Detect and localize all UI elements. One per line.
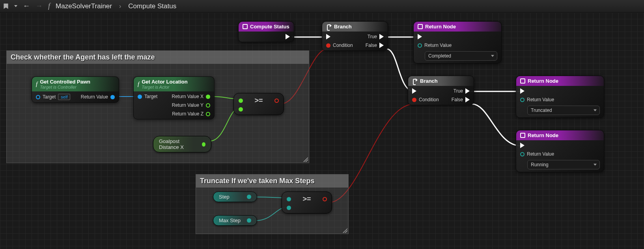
- target-pin[interactable]: Target: [138, 94, 157, 99]
- return-value-select[interactable]: Truncated: [527, 106, 600, 115]
- nav-forward-button: →: [35, 2, 43, 10]
- return-value-pin[interactable]: Return Value: [418, 43, 452, 48]
- exec-in-pin[interactable]: [412, 88, 416, 94]
- return-icon: [520, 133, 525, 138]
- node-title: Return Node: [528, 78, 558, 84]
- branch-icon: [326, 24, 332, 30]
- node-branch-1[interactable]: Branch True Condition False: [322, 21, 388, 51]
- var-label: Goalpost Distance X: [159, 138, 199, 150]
- node-get-controlled-pawn[interactable]: f Get Controlled Pawn Target is Controll…: [32, 76, 119, 103]
- node-title: Branch: [420, 78, 438, 84]
- node-return-truncated[interactable]: Return Node Return Value Truncated: [516, 76, 604, 118]
- input-a-pin[interactable]: [239, 98, 243, 103]
- operator-label: >=: [302, 195, 311, 203]
- node-return-completed[interactable]: Return Node Return Value Completed: [413, 21, 502, 63]
- var-goalpost-distance-x[interactable]: Goalpost Distance X: [153, 136, 211, 152]
- input-a-pin[interactable]: [287, 197, 291, 201]
- false-pin[interactable]: False: [366, 43, 384, 48]
- node-title: Compute Status: [250, 24, 289, 30]
- exec-in-pin[interactable]: [520, 143, 525, 148]
- function-icon: f: [138, 81, 139, 87]
- branch-icon: [412, 78, 418, 84]
- comment-title[interactable]: Truncate If we've taken Max Steps: [196, 175, 348, 188]
- graph-canvas[interactable]: Check whether the Agent has left the maz…: [0, 13, 644, 249]
- return-icon: [520, 78, 525, 84]
- node-get-actor-location[interactable]: f Get Actor Location Target is Actor Tar…: [133, 76, 215, 119]
- target-pin[interactable]: Targetself: [36, 94, 70, 100]
- var-label: Step: [219, 194, 230, 200]
- output-pin[interactable]: [247, 218, 251, 223]
- output-pin[interactable]: [323, 197, 327, 201]
- return-value-select[interactable]: Completed: [425, 51, 497, 61]
- node-subtitle: Target is Actor: [142, 85, 188, 89]
- condition-pin[interactable]: Condition: [326, 43, 353, 48]
- output-pin[interactable]: [202, 142, 205, 147]
- return-value-pin[interactable]: Return Value: [520, 97, 554, 102]
- return-x-pin[interactable]: Return Value X: [172, 94, 211, 99]
- false-pin[interactable]: False: [452, 97, 470, 102]
- var-max-step[interactable]: Max Step: [213, 215, 257, 226]
- output-pin[interactable]: [274, 98, 279, 103]
- node-title: Get Actor Location: [142, 79, 188, 85]
- exec-in-pin[interactable]: [418, 34, 422, 39]
- return-value-select[interactable]: Running: [527, 160, 600, 169]
- condition-pin[interactable]: Condition: [412, 97, 439, 102]
- return-z-pin[interactable]: Return Value Z: [172, 111, 210, 117]
- function-icon: f: [36, 81, 37, 87]
- resize-handle[interactable]: [343, 228, 347, 233]
- comment-title[interactable]: Check whether the Agent has left the maz…: [7, 51, 309, 64]
- node-return-running[interactable]: Return Node Return Value Running: [516, 130, 604, 172]
- true-pin[interactable]: True: [454, 88, 470, 94]
- node-title: Return Node: [528, 132, 558, 138]
- breadcrumb-parent[interactable]: MazeSolverTrainer: [56, 2, 112, 10]
- resize-handle[interactable]: [303, 157, 308, 162]
- true-pin[interactable]: True: [368, 34, 384, 39]
- return-icon: [418, 24, 423, 29]
- return-y-pin[interactable]: Return Value Y: [172, 102, 210, 108]
- output-pin[interactable]: [247, 195, 251, 199]
- node-title: Branch: [334, 24, 352, 30]
- function-icon: f: [48, 2, 50, 10]
- node-greater-equal-float[interactable]: >=: [233, 93, 284, 115]
- input-b-pin[interactable]: [287, 206, 291, 210]
- node-subtitle: Target is Controller: [40, 85, 90, 89]
- var-step[interactable]: Step: [213, 191, 257, 202]
- nav-back-button[interactable]: ←: [23, 2, 30, 10]
- exec-in-pin[interactable]: [520, 88, 525, 94]
- node-compute-status[interactable]: Compute Status: [238, 21, 294, 42]
- node-greater-equal-int[interactable]: >=: [282, 191, 332, 214]
- entry-icon: [243, 24, 248, 29]
- return-value-pin[interactable]: Return Value: [520, 151, 554, 157]
- toolbar: ← → f MazeSolverTrainer › Compute Status: [0, 0, 644, 13]
- breadcrumb-current[interactable]: Compute Status: [128, 2, 176, 10]
- node-title: Return Node: [425, 24, 456, 30]
- var-label: Max Step: [219, 217, 241, 223]
- self-target: self: [58, 94, 70, 100]
- exec-in-pin[interactable]: [326, 34, 330, 39]
- bookmark-dropdown-icon[interactable]: [14, 5, 17, 7]
- node-title: Get Controlled Pawn: [40, 79, 90, 85]
- operator-label: >=: [254, 97, 263, 105]
- return-value-pin[interactable]: Return Value: [81, 94, 115, 100]
- exec-out-pin[interactable]: [286, 34, 290, 39]
- bookmark-icon[interactable]: [3, 4, 9, 9]
- input-b-pin[interactable]: [239, 107, 243, 111]
- node-branch-2[interactable]: Branch True Condition False: [408, 76, 474, 105]
- breadcrumb-separator: ›: [119, 3, 121, 10]
